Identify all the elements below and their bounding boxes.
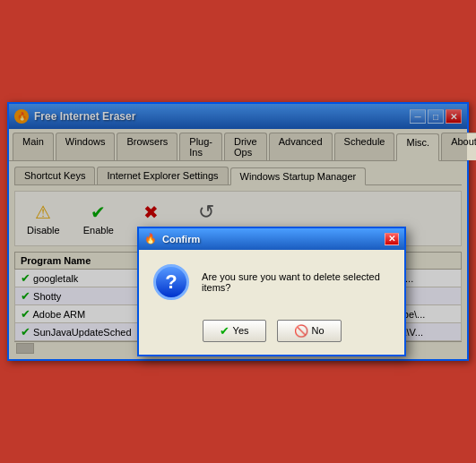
no-icon: 🚫 (294, 324, 308, 338)
dialog-buttons: ✔ Yes 🚫 No (139, 314, 404, 355)
main-window: 🔥 Free Internet Eraser ─ □ ✕ Main Window… (7, 102, 469, 361)
yes-button[interactable]: ✔ Yes (203, 320, 266, 342)
yes-label: Yes (233, 325, 249, 336)
dialog-title-left: 🔥 Confirm (144, 233, 200, 244)
dialog-message: Are you sure you want to delete selected… (202, 271, 390, 293)
no-button[interactable]: 🚫 No (277, 320, 342, 342)
dialog-body: ? Are you sure you want to delete select… (139, 250, 404, 314)
dialog-title-bar: 🔥 Confirm ✕ (139, 228, 404, 250)
yes-icon: ✔ (220, 324, 229, 338)
dialog-title-icon: 🔥 (144, 233, 157, 244)
dialog-title: Confirm (162, 234, 200, 244)
dialog-close-button[interactable]: ✕ (385, 233, 399, 245)
confirm-dialog: 🔥 Confirm ✕ ? Are you sure you want to d… (137, 227, 406, 356)
dialog-question-icon: ? (153, 264, 189, 300)
no-label: No (312, 325, 325, 336)
